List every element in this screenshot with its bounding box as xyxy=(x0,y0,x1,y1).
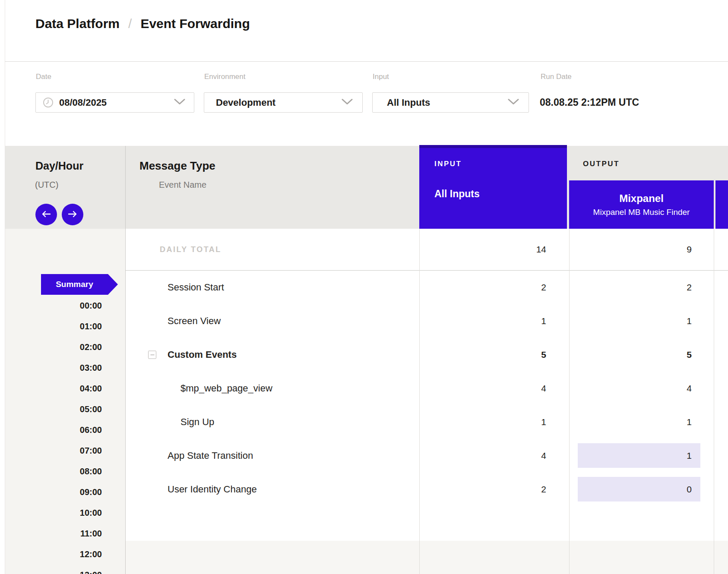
input-count-value: 1 xyxy=(541,417,546,427)
event-name-subtitle: Event Name xyxy=(159,180,206,190)
sidebar-item-hour-1200[interactable]: 12:00 xyxy=(0,549,102,559)
input-count-value: 2 xyxy=(541,282,546,293)
environment-select[interactable]: Development xyxy=(204,92,363,113)
sidebar-item-hour-0000[interactable]: 00:00 xyxy=(0,300,102,311)
sidebar-item-hour-0200[interactable]: 02:00 xyxy=(0,342,102,352)
output-count-value: 1 xyxy=(687,451,692,461)
next-day-button[interactable] xyxy=(62,204,83,225)
sidebar-item-hour-0500[interactable]: 05:00 xyxy=(0,404,102,414)
sidebar-item-hour-1300[interactable]: 13:00 xyxy=(0,570,102,574)
output-count-value: 5 xyxy=(687,350,692,360)
output-column-header: Mixpanel Mixpanel MB Music Finder xyxy=(569,180,714,229)
output-column-name: Mixpanel xyxy=(619,192,664,205)
gridline-output-left xyxy=(569,229,570,574)
arrow-right-icon xyxy=(67,211,78,219)
output-count-cell: 1 xyxy=(569,304,714,338)
page-title: Event Forwarding xyxy=(140,16,250,31)
input-count-value: 4 xyxy=(541,451,546,461)
daily-total-label: DAILY TOTAL xyxy=(160,229,222,270)
sidebar-item-hour-0300[interactable]: 03:00 xyxy=(0,363,102,373)
prev-day-button[interactable] xyxy=(35,204,57,225)
header-divider xyxy=(5,61,728,62)
run-date-label: Run Date xyxy=(541,73,572,81)
event-forwarding-page: Data Platform/Event Forwarding Date Envi… xyxy=(0,0,728,574)
input-value: All Inputs xyxy=(387,97,430,108)
input-group-label: INPUT xyxy=(434,160,462,168)
sidebar-item-hour-1000[interactable]: 10:00 xyxy=(0,508,102,518)
input-column-top-strip xyxy=(419,145,567,148)
output-count-value: 1 xyxy=(687,417,692,427)
clock-icon xyxy=(43,97,54,108)
gridline-output-right xyxy=(714,229,714,574)
chevron-down-icon xyxy=(508,98,519,107)
event-name: Sign Up xyxy=(180,405,214,439)
input-count-cell: 2 xyxy=(419,473,569,506)
daily-total-row: DAILY TOTAL 14 9 xyxy=(126,229,728,271)
input-count-cell: 5 xyxy=(419,338,569,372)
sidebar-item-hour-0400[interactable]: 04:00 xyxy=(0,383,102,394)
event-name: User Identity Change xyxy=(168,473,257,506)
input-select[interactable]: All Inputs xyxy=(372,92,529,113)
date-filter-label: Date xyxy=(36,73,51,81)
table-row: Session Start22 xyxy=(126,271,728,304)
breadcrumb-section[interactable]: Data Platform xyxy=(35,16,120,31)
table-row: Custom Events55 xyxy=(126,338,728,372)
input-count-value: 5 xyxy=(541,350,546,360)
breadcrumb-separator: / xyxy=(128,16,132,31)
input-filter-label: Input xyxy=(373,73,389,81)
input-count-value: 2 xyxy=(541,484,546,495)
next-output-column-partial xyxy=(715,180,728,229)
day-hour-header: Day/Hour xyxy=(35,160,83,172)
sidebar-item-hour-0800[interactable]: 08:00 xyxy=(0,466,102,476)
message-type-header: Message Type xyxy=(139,159,215,173)
environment-value: Development xyxy=(216,97,275,108)
daily-total-output-value: 9 xyxy=(687,244,692,255)
output-column-subtitle: Mixpanel MB Music Finder xyxy=(593,208,690,217)
output-count-value: 0 xyxy=(687,484,692,495)
input-count-value: 4 xyxy=(541,383,546,394)
output-highlight-box xyxy=(578,443,700,468)
event-name: Custom Events xyxy=(168,338,237,372)
table-row: App State Transition41 xyxy=(126,439,728,473)
day-hour-subtitle: (UTC) xyxy=(35,180,58,190)
output-group-label: OUTPUT xyxy=(583,160,620,168)
sidebar-item-hour-0600[interactable]: 06:00 xyxy=(0,425,102,435)
date-select[interactable]: 08/08/2025 xyxy=(35,92,194,113)
date-value: 08/08/2025 xyxy=(59,97,107,108)
sidebar-item-hour-1100[interactable]: 11:00 xyxy=(0,528,102,539)
summary-flag-label: Summary xyxy=(41,274,108,295)
run-date-value: 08.08.25 2:12PM UTC xyxy=(540,92,639,113)
chevron-down-icon xyxy=(342,98,353,107)
input-count-cell: 1 xyxy=(419,405,569,439)
output-count-cell: 4 xyxy=(569,372,714,405)
breadcrumb: Data Platform/Event Forwarding xyxy=(35,16,250,31)
input-count-cell: 4 xyxy=(419,439,569,473)
input-count-cell: 1 xyxy=(419,304,569,338)
output-count-cell: 5 xyxy=(569,338,714,372)
event-name: $mp_web_page_view xyxy=(180,372,272,405)
output-count-value: 4 xyxy=(687,383,692,394)
output-count-value: 2 xyxy=(687,282,692,293)
output-count-cell: 2 xyxy=(569,271,714,304)
summary-flag-arrow xyxy=(108,274,118,295)
environment-filter-label: Environment xyxy=(204,73,245,81)
input-count-value: 1 xyxy=(541,316,546,326)
sidebar-item-hour-0900[interactable]: 09:00 xyxy=(0,487,102,497)
sidebar-item-hour-0100[interactable]: 01:00 xyxy=(0,321,102,331)
input-count-cell: 2 xyxy=(419,271,569,304)
table-row: User Identity Change20 xyxy=(126,473,728,506)
output-count-value: 1 xyxy=(687,316,692,326)
event-name: App State Transition xyxy=(168,439,253,473)
chevron-down-icon xyxy=(174,98,185,107)
table-row: Screen View11 xyxy=(126,304,728,338)
gridline-input-left xyxy=(419,229,420,574)
output-count-cell: 1 xyxy=(569,405,714,439)
arrow-left-icon xyxy=(41,211,51,219)
daily-total-input-cell: 14 xyxy=(419,229,569,270)
collapse-minus-icon[interactable] xyxy=(148,351,156,359)
sidebar-item-hour-0700[interactable]: 07:00 xyxy=(0,445,102,456)
event-name: Session Start xyxy=(168,271,224,304)
input-count-cell: 4 xyxy=(419,372,569,405)
event-name: Screen View xyxy=(168,304,221,338)
input-column-name: All Inputs xyxy=(434,188,480,200)
